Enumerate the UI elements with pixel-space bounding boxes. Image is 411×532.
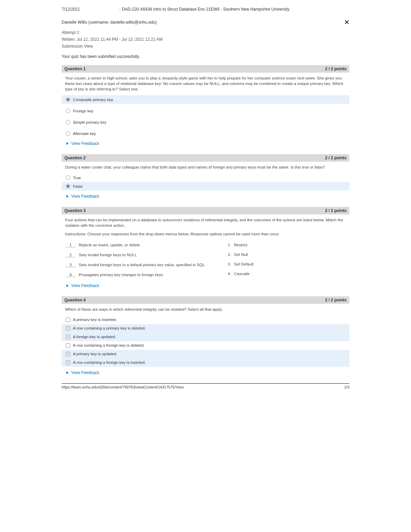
view-feedback-link[interactable]: View Feedback	[62, 280, 349, 290]
question-title: Question 3	[64, 208, 86, 213]
match-left-row: 4 Propagates primary key changes to fore…	[66, 270, 228, 280]
match-left-text: Sets invalid foreign keys to NULL	[79, 253, 137, 257]
match-answer-num[interactable]: 1	[66, 243, 75, 247]
radio-icon	[66, 109, 70, 113]
question-title: Question 1	[64, 66, 86, 71]
triangle-right-icon	[66, 284, 68, 287]
option-false[interactable]: False	[62, 182, 349, 190]
option-label: True	[73, 176, 81, 180]
option-pk-inserted[interactable]: A primary key is inserted.	[62, 316, 349, 324]
radio-icon	[66, 175, 70, 180]
question-prompt: Your cousin, a senior in high school, as…	[62, 73, 349, 95]
option-alternate-key[interactable]: Alternate key	[62, 129, 349, 138]
match-key-num: 2.	[228, 252, 234, 257]
match-answer-num[interactable]: 2	[66, 253, 75, 257]
footer-page-num: 1/3	[344, 385, 349, 389]
print-header: 7/12/2021 - DAD-220-X6438 Intro to Struc…	[62, 7, 349, 12]
match-right-row: 4. Cascade	[228, 269, 345, 279]
question-points: 2 / 2 points	[325, 208, 347, 213]
feedback-label: View Feedback	[71, 283, 99, 288]
checkbox-icon	[66, 352, 70, 356]
match-left-text: Propagates primary key changes to foreig…	[79, 273, 163, 277]
option-label: A foreign key is updated.	[73, 335, 116, 339]
feedback-label: View Feedback	[71, 141, 99, 146]
triangle-right-icon	[66, 195, 68, 198]
match-right-text: Cascade	[234, 272, 249, 276]
match-left-text: Sets invalid foreign keys to a default p…	[79, 263, 205, 267]
question-prompt: Four actions that can be implemented on …	[62, 214, 349, 232]
match-right-row: 2. Set Null	[228, 250, 345, 259]
match-answer-num[interactable]: 4	[66, 273, 75, 277]
match-right-row: 3. Set Default	[228, 259, 345, 269]
close-icon[interactable]: ✕	[344, 18, 349, 26]
view-feedback-link[interactable]: View Feedback	[62, 190, 349, 201]
match-key-num: 4.	[228, 272, 234, 276]
option-composite-primary-key[interactable]: Composite primary key	[62, 95, 349, 104]
checkbox-icon	[66, 318, 70, 322]
match-left-row: 3 Sets invalid foreign keys to a default…	[66, 260, 228, 270]
question-points: 2 / 2 points	[325, 66, 347, 71]
radio-icon	[66, 120, 70, 124]
option-label: Simple primary key	[73, 120, 107, 124]
option-label: A primary key is updated.	[73, 352, 117, 356]
footer-url: https://learn.snhu.edu/d2l/le/content/79…	[62, 385, 184, 389]
question-prompt: During a water cooler chat, your colleag…	[62, 162, 349, 173]
view-feedback-link[interactable]: View Feedback	[62, 367, 349, 377]
option-label: False	[73, 184, 83, 188]
radio-icon	[66, 131, 70, 136]
print-date: 7/12/2021	[62, 7, 80, 12]
question-points: 2 / 2 points	[325, 298, 347, 302]
option-label: A row containing a foreign key is delete…	[73, 343, 145, 347]
question-1: Question 1 2 / 2 points Your cousin, a s…	[62, 65, 349, 148]
option-label: Foreign key	[73, 109, 94, 113]
match-left-row: 1 Rejects an insert, update, or delete	[66, 240, 228, 250]
radio-icon	[66, 184, 70, 188]
question-title: Question 2	[64, 156, 86, 160]
match-left-text: Rejects an insert, update, or delete	[79, 243, 140, 247]
option-true[interactable]: True	[62, 173, 349, 182]
option-fk-row-deleted[interactable]: A row containing a foreign key is delete…	[62, 341, 349, 350]
match-answer-num[interactable]: 3	[66, 263, 75, 267]
option-label: A primary key is inserted.	[73, 318, 117, 322]
view-feedback-link[interactable]: View Feedback	[62, 138, 349, 148]
option-pk-updated[interactable]: A primary key is updated.	[62, 350, 349, 358]
option-foreign-key[interactable]: Foreign key	[62, 107, 349, 115]
option-fk-row-inserted[interactable]: A row containing a foreign key is insert…	[62, 358, 349, 367]
match-right-text: Set Default	[234, 262, 253, 266]
attempt-label: Attempt 2	[62, 30, 349, 35]
user-line: Danielle Willis (username: danielle.will…	[62, 20, 157, 25]
triangle-right-icon	[66, 371, 68, 374]
checkbox-icon	[66, 326, 70, 331]
match-right-row: 1. Restrict	[228, 240, 345, 250]
option-simple-primary-key[interactable]: Simple primary key	[62, 118, 349, 126]
match-left-row: 2 Sets invalid foreign keys to NULL	[66, 250, 228, 260]
feedback-label: View Feedback	[71, 370, 99, 375]
question-4: Question 4 2 / 2 points Which of these a…	[62, 296, 349, 377]
checkbox-icon	[66, 343, 70, 348]
written-label: Written: Jul 12, 2021 11:44 PM - Jul 13,…	[62, 37, 349, 42]
match-key-num: 3.	[228, 262, 234, 266]
match-right-text: Set Null	[234, 252, 248, 257]
triangle-right-icon	[66, 142, 68, 145]
option-fk-updated[interactable]: A foreign key is updated.	[62, 333, 349, 341]
submission-view-label: Submission View	[62, 44, 349, 49]
option-label: Composite primary key	[73, 98, 113, 102]
success-message: Your quiz has been submitted successfull…	[62, 54, 349, 59]
option-pk-row-deleted[interactable]: A row containing a primary key is delete…	[62, 324, 349, 333]
question-instructions: Instructions: Choose your responses from…	[62, 232, 349, 239]
print-footer: https://learn.snhu.edu/d2l/le/content/79…	[62, 383, 349, 389]
print-title: - DAD-220-X6438 Intro to Struct Database…	[80, 7, 329, 12]
question-prompt: Which of these are ways in which referen…	[62, 304, 349, 316]
question-points: 2 / 2 points	[325, 156, 347, 160]
feedback-label: View Feedback	[71, 194, 99, 199]
option-label: A row containing a foreign key is insert…	[73, 360, 146, 364]
question-3: Question 3 2 / 2 points Four actions tha…	[62, 207, 349, 290]
checkbox-icon	[66, 335, 70, 339]
option-label: A row containing a primary key is delete…	[73, 326, 146, 330]
radio-icon	[66, 97, 70, 102]
checkbox-icon	[66, 360, 70, 365]
question-2: Question 2 2 / 2 points During a water c…	[62, 154, 349, 201]
option-label: Alternate key	[73, 132, 96, 136]
question-title: Question 4	[64, 298, 86, 302]
match-right-text: Restrict	[234, 243, 247, 247]
